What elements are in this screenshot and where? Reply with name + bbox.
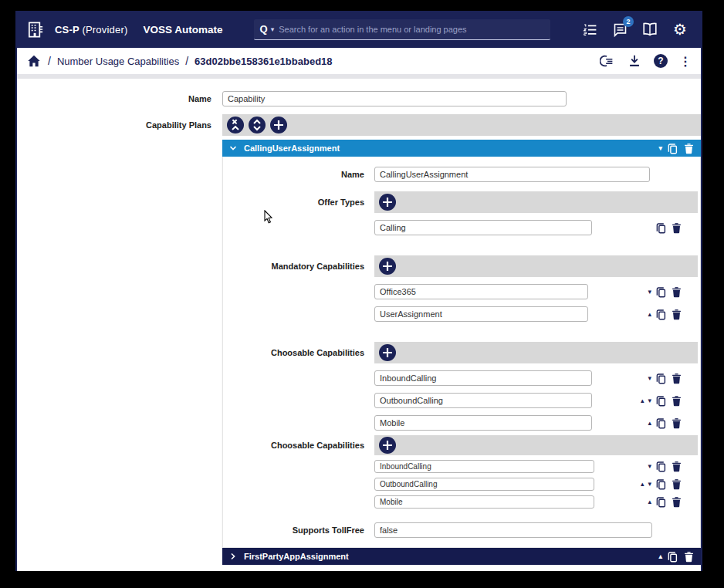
mandatory-capability-field[interactable] <box>374 306 588 322</box>
choosable-capability-field[interactable] <box>374 478 594 491</box>
choosable-capability-field[interactable] <box>374 495 594 509</box>
search-scope-chevron-icon[interactable]: ▾ <box>271 25 275 33</box>
notifications-icon[interactable]: 2 <box>611 21 628 38</box>
add-mandatory-capability-button[interactable] <box>379 258 396 275</box>
delete-row-icon[interactable] <box>671 222 682 234</box>
kebab-menu-icon[interactable]: ⋮ <box>679 54 692 69</box>
supports-tollfree-field[interactable] <box>374 522 652 538</box>
plan-name-label: Name <box>223 170 374 179</box>
settings-gear-icon[interactable]: ⚙ <box>672 21 688 38</box>
copy-row-icon[interactable] <box>655 461 667 472</box>
choosable-capability-field[interactable] <box>374 370 592 386</box>
move-up-caret-icon[interactable]: ▴ <box>648 498 651 505</box>
delete-row-icon[interactable] <box>671 417 682 429</box>
move-down-caret-icon[interactable]: ▾ <box>648 289 651 296</box>
move-up-caret-icon[interactable]: ▴ <box>648 420 651 427</box>
choosable-capabilities-toolbar <box>374 342 698 363</box>
mandatory-row: ▾ <box>223 284 698 299</box>
organization-name: CS-P (Provider) <box>55 24 128 35</box>
choosable-capabilities-toolbar <box>374 435 698 455</box>
documentation-book-icon[interactable] <box>641 21 658 38</box>
mandatory-capabilities-label: Mandatory Capabilities <box>223 262 374 271</box>
move-up-caret-icon[interactable]: ▴ <box>648 311 651 318</box>
delete-row-icon[interactable] <box>671 395 682 407</box>
delete-row-icon[interactable] <box>671 286 682 298</box>
topbar-actions: 2 ⚙ <box>581 21 701 38</box>
plan-header-callinguserassignment[interactable]: CallingUserAssignment ▾ <box>222 140 701 157</box>
choosable-capability-field[interactable] <box>374 393 592 408</box>
collapse-chevron-icon[interactable] <box>228 144 238 153</box>
choosable-row: ▾ <box>223 370 698 386</box>
choosable-capability-field[interactable] <box>374 460 594 473</box>
mandatory-capabilities-section: Mandatory Capabilities ▾ <box>223 255 698 322</box>
copy-row-icon[interactable] <box>655 496 667 508</box>
task-list-icon[interactable] <box>581 21 598 38</box>
name-field[interactable] <box>222 91 567 106</box>
offer-types-label: Offer Types <box>223 198 374 207</box>
mandatory-capabilities-toolbar <box>374 255 698 277</box>
search-input[interactable] <box>277 24 543 35</box>
choosable-capabilities-label: Choosable Capabilities <box>223 441 374 450</box>
choosable-capability-field[interactable] <box>374 415 592 431</box>
move-down-caret-icon[interactable]: ▾ <box>648 397 651 404</box>
supports-tollfree-label: Supports TollFree <box>223 525 374 535</box>
copy-row-icon[interactable] <box>655 478 667 490</box>
breadcrumb-item-number-usage-capabilities[interactable]: Number Usage Capabilities <box>57 56 179 67</box>
move-down-caret-icon[interactable]: ▾ <box>658 145 662 152</box>
delete-row-icon[interactable] <box>671 496 682 508</box>
expand-chevron-icon[interactable] <box>228 552 238 561</box>
copy-row-icon[interactable] <box>655 222 667 234</box>
breadcrumb-separator: / <box>185 55 188 67</box>
home-icon[interactable] <box>26 53 42 69</box>
add-choosable-capability-button[interactable] <box>379 344 396 361</box>
copy-row-icon[interactable] <box>655 286 667 298</box>
capability-plans-group: CallingUserAssignment ▾ Name <box>222 114 701 565</box>
delete-plan-icon[interactable] <box>683 143 695 154</box>
notification-count-badge: 2 <box>623 16 634 27</box>
breadcrumb-separator: / <box>48 55 51 67</box>
move-down-caret-icon[interactable]: ▾ <box>648 481 651 488</box>
choosable-row: ▴ <box>223 495 698 509</box>
mandatory-capability-field[interactable] <box>374 284 588 299</box>
copy-row-icon[interactable] <box>655 395 667 407</box>
move-up-caret-icon[interactable]: ▴ <box>641 481 644 488</box>
organization-icon[interactable] <box>26 20 46 39</box>
choosable-capabilities-section: Choosable Capabilities ▾ <box>223 342 698 431</box>
copy-row-icon[interactable] <box>655 417 667 429</box>
choosable-capabilities-section-2: Choosable Capabilities ▾ <box>223 435 698 509</box>
copy-plan-icon[interactable] <box>667 551 678 563</box>
copy-row-icon[interactable] <box>655 373 667 384</box>
add-choosable-capability-button[interactable] <box>379 437 396 454</box>
move-down-caret-icon[interactable]: ▾ <box>648 375 651 382</box>
add-offer-type-button[interactable] <box>379 194 396 211</box>
brand-area: CS-P (Provider) VOSS Automate <box>17 20 223 39</box>
search-icon: Q <box>260 23 268 35</box>
choosable-capabilities-label: Choosable Capabilities <box>223 348 374 357</box>
remove-all-button[interactable] <box>227 117 244 133</box>
move-down-caret-icon[interactable]: ▾ <box>648 463 651 470</box>
expand-collapse-all-button[interactable] <box>249 117 266 133</box>
plan-name-field[interactable] <box>374 167 650 182</box>
transaction-log-icon[interactable] <box>600 53 615 69</box>
move-up-caret-icon[interactable]: ▴ <box>641 397 644 404</box>
delete-plan-icon[interactable] <box>683 551 695 563</box>
add-capability-plan-button[interactable] <box>270 117 287 133</box>
move-up-caret-icon[interactable]: ▴ <box>658 553 662 560</box>
global-search[interactable]: Q ▾ <box>254 19 550 40</box>
offer-type-row <box>223 220 698 235</box>
delete-row-icon[interactable] <box>671 309 682 320</box>
top-navigation-bar: CS-P (Provider) VOSS Automate Q ▾ 2 ⚙ <box>17 11 701 48</box>
export-download-icon[interactable] <box>627 53 642 69</box>
app-title: VOSS Automate <box>144 24 223 35</box>
help-icon[interactable]: ? <box>654 54 668 68</box>
choosable-row: ▴ ▾ <box>223 393 698 408</box>
delete-row-icon[interactable] <box>671 373 682 384</box>
copy-row-icon[interactable] <box>655 309 667 320</box>
copy-plan-icon[interactable] <box>667 143 678 154</box>
offer-type-field[interactable] <box>374 220 592 235</box>
delete-row-icon[interactable] <box>671 478 682 490</box>
plan-header-firstpartyappassignment[interactable]: FirstPartyAppAssignment ▴ <box>222 548 701 565</box>
plan-title: CallingUserAssignment <box>244 144 340 153</box>
delete-row-icon[interactable] <box>671 461 682 472</box>
breadcrumb: / Number Usage Capabilities / 63d02bbe15… <box>26 53 333 69</box>
